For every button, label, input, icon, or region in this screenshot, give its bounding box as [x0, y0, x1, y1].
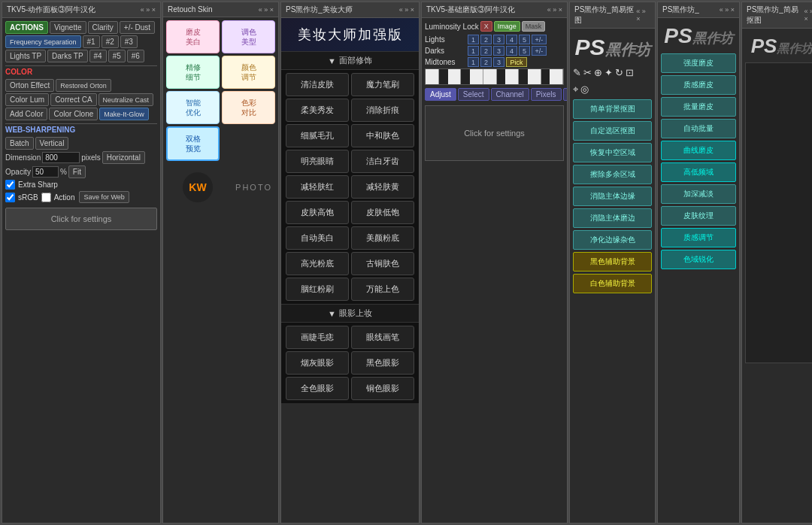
dust-btn[interactable]: +/- Dust [120, 21, 155, 34]
mopi-piliang-btn[interactable]: 批量磨皮 [661, 97, 736, 117]
mask-btn[interactable]: Mask [522, 21, 546, 32]
makeup-btn-piGao[interactable]: 皮肤高饱 [286, 201, 349, 224]
lights-2-btn[interactable]: 2 [480, 35, 492, 44]
mopi-zidong-btn[interactable]: 自动批量 [661, 119, 736, 138]
freq-sep-btn[interactable]: Frequency Separation [5, 35, 81, 48]
makeup-btn-meiYanFen[interactable]: 美颜粉底 [351, 226, 414, 250]
num4-btn[interactable]: #4 [89, 50, 107, 62]
makeup-btn-moli[interactable]: 魔力笔刷 [351, 73, 414, 96]
eye-btn-yanXian[interactable]: 眼线画笔 [351, 326, 414, 349]
makeup-btn-mingLiang[interactable]: 明亮眼睛 [286, 150, 349, 173]
vertical-btn[interactable]: Vertical [35, 137, 69, 150]
clarity-btn[interactable]: Clarity [88, 21, 118, 34]
tkv5-click-settings[interactable]: Click for settings [425, 105, 564, 161]
lights-3-btn[interactable]: 3 [493, 35, 504, 44]
panel-ps-main-controls[interactable]: « » × [636, 8, 650, 23]
skin-btn-tiaose[interactable]: 调色美型 [222, 20, 275, 53]
add-color-btn[interactable]: Add Color [5, 108, 47, 120]
actions-btn[interactable]: ACTIONS [5, 21, 48, 34]
correct-ca-btn[interactable]: Correct CA [50, 93, 96, 106]
eye-btn-quanSe[interactable]: 全色眼影 [286, 377, 349, 400]
ps-huifu-btn[interactable]: 恢复中空区域 [573, 143, 652, 162]
click-settings-btn[interactable]: Click for settings [5, 208, 157, 230]
batch-btn[interactable]: Batch [5, 137, 34, 150]
darks-4-btn[interactable]: 4 [506, 46, 517, 56]
vignette-btn[interactable]: Vignette [50, 21, 86, 34]
makeup-btn-jieBAI[interactable]: 洁白牙齿 [351, 150, 414, 173]
lights-tp-btn[interactable]: Lights TP [5, 50, 46, 62]
eye-icon[interactable]: ◎ [580, 83, 589, 96]
tab-pixels[interactable]: Pixels [531, 88, 562, 101]
makeup-btn-jiHong[interactable]: 减轻肤红 [286, 175, 349, 199]
skin-btn-yanse[interactable]: 颜色调节 [222, 56, 275, 89]
lights-4-btn[interactable]: 4 [506, 35, 517, 44]
mid-2-btn[interactable]: 2 [480, 57, 492, 67]
mopi-quxian-btn[interactable]: 曲线磨皮 [661, 141, 736, 160]
ps-xiaoyin-btn[interactable]: 消隐主体边缘 [573, 187, 652, 206]
mid-1-btn[interactable]: 1 [468, 57, 479, 67]
image-btn[interactable]: Image [494, 21, 520, 32]
tab-select[interactable]: Select [458, 88, 489, 101]
num5-btn[interactable]: #5 [108, 50, 126, 62]
skin-btn-secai[interactable]: 色彩对比 [222, 91, 275, 124]
makeup-btn-jiHuang[interactable]: 减轻肤黄 [351, 175, 414, 199]
skin-btn-zhineng[interactable]: 智能优化 [166, 91, 220, 124]
tab-channel[interactable]: Channel [491, 88, 529, 101]
num3-btn[interactable]: #3 [120, 35, 138, 48]
restored-btn[interactable]: Restored Orton [56, 79, 111, 92]
star-icon[interactable]: ✦ [604, 67, 613, 78]
makeup-btn-xiaoChu[interactable]: 消除折痕 [351, 99, 414, 122]
makeup-btn-zhonghe[interactable]: 中和肤色 [351, 124, 414, 147]
darks-1-btn[interactable]: 1 [468, 46, 479, 56]
makeup-btn-rouMei[interactable]: 柔美秀发 [286, 99, 349, 122]
ps-cachu-btn[interactable]: 擦除多余区域 [573, 165, 652, 184]
mopi-jiashen-btn[interactable]: 加深减淡 [661, 184, 736, 204]
box-icon[interactable]: ⊡ [626, 67, 634, 78]
eye-btn-jieZhi[interactable]: 画睫毛痣 [286, 326, 349, 349]
horizontal-btn[interactable]: Horizontal [102, 151, 145, 164]
panel-tkv5-controls[interactable]: « » × [547, 6, 562, 14]
color-clone-btn[interactable]: Color Clone [49, 108, 98, 120]
makeup-btn-tongSe[interactable]: 古铜肤色 [351, 252, 414, 275]
panel-ps-jiany-controls[interactable]: « » × [804, 8, 812, 23]
mid-3-btn[interactable]: 3 [493, 57, 504, 67]
darks-5-btn[interactable]: 5 [519, 46, 530, 56]
makeup-btn-wanNeng[interactable]: 万能上色 [351, 278, 414, 301]
makeup-btn-zidMeiBAI[interactable]: 自动美白 [286, 226, 349, 250]
pick-btn[interactable]: Pick [506, 57, 527, 67]
eye-btn-heiSe[interactable]: 黑色眼影 [351, 351, 414, 375]
num1-btn[interactable]: #1 [83, 35, 100, 48]
makeup-btn-gaoFen[interactable]: 高光粉底 [286, 252, 349, 275]
dimension-input[interactable] [42, 152, 80, 163]
panel-retouch-controls[interactable]: « » × [259, 6, 274, 14]
mopi-zhigan2-btn[interactable]: 质感调节 [661, 228, 736, 247]
rotate-icon[interactable]: ↻ [615, 67, 623, 78]
panel-actions-controls[interactable]: « » × [141, 6, 156, 14]
pencil-icon[interactable]: ✎ [573, 67, 581, 78]
ps-bais-btn[interactable]: 白色辅助背景 [573, 274, 652, 293]
save-web-btn[interactable]: Save for Web [79, 191, 129, 203]
ps-xiaoyin2-btn[interactable]: 消隐主体磨边 [573, 208, 652, 228]
action-checkbox[interactable] [41, 193, 51, 202]
tab-adjust[interactable]: Adjust [425, 88, 456, 101]
ps-jiandan-btn[interactable]: 简单背景抠图 [573, 99, 652, 119]
make-it-glow-btn[interactable]: Make-It-Glow [99, 108, 149, 120]
mopi-gaodi-btn[interactable]: 高低频域 [661, 162, 736, 182]
mopi-pifu-btn[interactable]: 皮肤纹理 [661, 206, 736, 226]
eye-btn-yanYanHui[interactable]: 烟灰眼影 [286, 351, 349, 375]
num6-btn[interactable]: #6 [127, 50, 144, 62]
darks-3-btn[interactable]: 3 [493, 46, 504, 56]
num2-btn[interactable]: #2 [102, 35, 119, 48]
wand-icon[interactable]: ⌖ [573, 83, 578, 96]
lum-x-btn[interactable]: X [480, 21, 492, 32]
makeup-btn-xiNi[interactable]: 细腻毛孔 [286, 124, 349, 147]
makeup-btn-piDi[interactable]: 皮肤低饱 [351, 201, 414, 224]
srgb-checkbox[interactable] [5, 193, 15, 202]
ps-ziding-btn[interactable]: 自定选区抠图 [573, 121, 652, 141]
ps-heis-btn[interactable]: 黑色辅助背景 [573, 252, 652, 272]
target-icon[interactable]: ⊕ [594, 67, 602, 78]
orton-btn[interactable]: Orton Effect [5, 79, 54, 92]
makeup-btn-yanHong[interactable]: 胭红粉刷 [286, 278, 349, 301]
scissors-icon[interactable]: ✂ [583, 67, 592, 78]
skin-btn-mopi[interactable]: 磨皮美白 [166, 20, 220, 53]
